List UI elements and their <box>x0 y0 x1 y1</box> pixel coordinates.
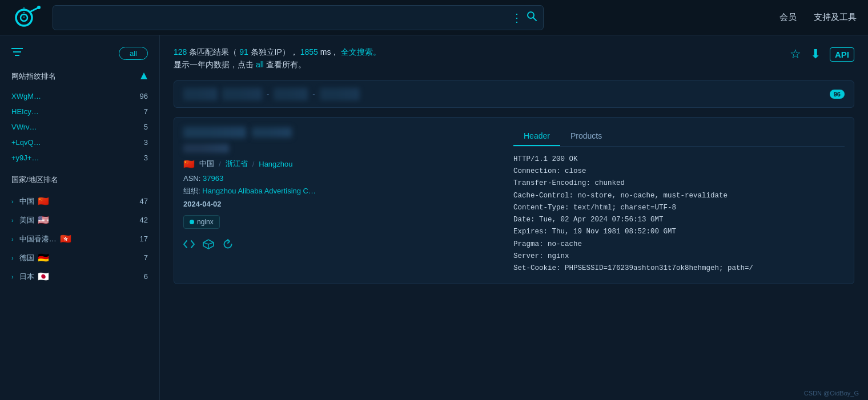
header-line: Expires: Thu, 19 Nov 1981 08:52:00 GMT <box>513 226 845 238</box>
fingerprint-list: XWgM…96HEIcy…7VWrv…5+LqvQ…3+y9J+…3 <box>11 88 148 165</box>
nav-right: 会员 支持及工具 <box>779 12 857 23</box>
search-bar: "../assets/img/bg/logo_white.png" ⋮ <box>53 5 544 30</box>
province-link[interactable]: 浙江省 <box>226 159 248 169</box>
nav-member[interactable]: 会员 <box>779 12 797 23</box>
country-list: › 中国 🇨🇳 47 › 美国 🇺🇸 42 › 中国香港… 🇭🇰 17 › 德国… <box>11 192 148 286</box>
result-count: 128 <box>174 47 187 56</box>
search-button[interactable] <box>526 10 537 25</box>
blurred-block-3 <box>274 88 308 100</box>
result-meta: 🇨🇳 中国 / 浙江省 / Hangzhou <box>183 159 502 169</box>
download-icon[interactable]: ⬇ <box>810 47 821 62</box>
nav-support[interactable]: 支持及工具 <box>814 12 857 23</box>
result-actions <box>183 239 502 252</box>
all-link[interactable]: all <box>256 60 264 69</box>
app-header: "../assets/img/bg/logo_white.png" ⋮ 会员 支… <box>0 0 868 35</box>
unique-ip-count: 91 <box>239 47 248 56</box>
sort-icon[interactable] <box>140 72 148 82</box>
search-options-icon[interactable]: ⋮ <box>511 11 521 25</box>
svg-marker-10 <box>140 72 147 79</box>
country-item[interactable]: › 中国 🇨🇳 47 <box>11 192 148 211</box>
tab-header[interactable]: Header <box>513 127 560 146</box>
blurred-block-1 <box>183 88 218 100</box>
asn-link[interactable]: 37963 <box>203 174 223 183</box>
main-result-card: 🇨🇳 中国 / 浙江省 / Hangzhou ASN: 37963 组织: Ha… <box>174 117 854 285</box>
main-layout: all 网站指纹排名 XWgM…96HEIcy…7VWrv…5+LqvQ…3+y… <box>0 35 868 400</box>
results-summary: 128 条匹配结果（ 91 条独立IP）， 1855 ms， 全文搜索。 显示一… <box>174 46 381 71</box>
result-port-row <box>183 144 502 153</box>
fingerprint-item[interactable]: XWgM…96 <box>11 88 148 104</box>
blurred-badge: 96 <box>830 90 845 99</box>
all-button[interactable]: all <box>119 47 148 60</box>
nginx-label: nginx <box>197 218 214 226</box>
country-item[interactable]: › 德国 🇩🇪 7 <box>11 248 148 267</box>
country-section-title: 国家/地区排名 <box>11 175 148 185</box>
star-icon[interactable]: ☆ <box>790 47 801 62</box>
logo <box>11 3 41 33</box>
header-line: Pragma: no-cache <box>513 239 845 250</box>
country-item[interactable]: › 美国 🇺🇸 42 <box>11 211 148 229</box>
sidebar: all 网站指纹排名 XWgM…96HEIcy…7VWrv…5+LqvQ…3+y… <box>0 35 160 400</box>
result-asn: ASN: 37963 <box>183 174 502 183</box>
city-link[interactable]: Hangzhou <box>259 160 292 168</box>
country-flag: 🇨🇳 <box>183 159 195 169</box>
nginx-dot <box>190 220 194 224</box>
header-line: Server: nginx <box>513 250 845 262</box>
header-line: Content-Type: text/html; charset=UTF-8 <box>513 202 845 214</box>
header-line: Set-Cookie: PHPSESSID=176239ashton31t7ok… <box>513 262 845 274</box>
fingerprint-item[interactable]: HEIcy…7 <box>11 104 148 119</box>
ip-blurred-2 <box>252 127 292 138</box>
result-org: 组织: Hangzhou Alibaba Advertising C… <box>183 186 502 196</box>
content-header-row: 128 条匹配结果（ 91 条独立IP）， 1855 ms， 全文搜索。 显示一… <box>174 46 854 80</box>
tab-bar: Header Products <box>513 127 845 147</box>
org-link[interactable]: Hangzhou Alibaba Advertising C… <box>202 187 316 195</box>
header-line: Date: Tue, 02 Apr 2024 07:56:13 GMT <box>513 214 845 226</box>
country-name: 中国 <box>199 159 214 169</box>
result-left-panel: 🇨🇳 中国 / 浙江省 / Hangzhou ASN: 37963 组织: Ha… <box>183 127 502 275</box>
blurred-block-4 <box>320 88 360 100</box>
svg-line-6 <box>533 18 537 21</box>
header-line: Transfer-Encoding: chunked <box>513 177 845 189</box>
api-button[interactable]: API <box>830 47 854 62</box>
fingerprint-item[interactable]: +LqvQ…3 <box>11 135 148 150</box>
box-icon[interactable] <box>203 239 214 252</box>
content-area: 128 条匹配结果（ 91 条独立IP）， 1855 ms， 全文搜索。 显示一… <box>160 35 868 400</box>
result-right-panel: Header Products HTTP/1.1 200 OKConnectio… <box>513 127 845 275</box>
code-icon[interactable] <box>183 239 195 252</box>
time-ms: 1855 <box>300 47 318 56</box>
blurred-block-2 <box>222 88 262 100</box>
country-item[interactable]: › 中国香港… 🇭🇰 17 <box>11 229 148 248</box>
refresh-icon[interactable] <box>222 239 234 252</box>
attribution: CSDN @OidBoy_G <box>804 390 859 397</box>
ip-blurred <box>183 127 246 138</box>
tab-products[interactable]: Products <box>560 127 612 146</box>
filter-icon[interactable] <box>11 47 23 59</box>
header-line: Connection: close <box>513 165 845 177</box>
svg-point-3 <box>37 6 41 9</box>
nginx-badge: nginx <box>183 215 220 229</box>
header-actions: ☆ ⬇ API <box>790 46 854 62</box>
search-input[interactable]: "../assets/img/bg/logo_white.png" <box>59 13 507 22</box>
sidebar-toolbar: all <box>11 47 148 60</box>
header-line: Cache-Control: no-store, no-cache, must-… <box>513 190 845 202</box>
blurred-result-card: - - 96 <box>174 80 854 108</box>
header-content: HTTP/1.1 200 OKConnection: closeTransfer… <box>513 153 845 275</box>
result-date: 2024-04-02 <box>183 200 502 208</box>
country-item[interactable]: › 日本 🇯🇵 6 <box>11 267 148 286</box>
header-line: HTTP/1.1 200 OK <box>513 153 845 165</box>
fingerprint-item[interactable]: +y9J+…3 <box>11 150 148 165</box>
fingerprint-section-title: 网站指纹排名 <box>11 71 148 82</box>
full-text-label: 全文搜索。 <box>341 47 381 56</box>
port-blurred <box>183 144 229 153</box>
result-ip-row <box>183 127 502 138</box>
fingerprint-item[interactable]: VWrv…5 <box>11 119 148 135</box>
